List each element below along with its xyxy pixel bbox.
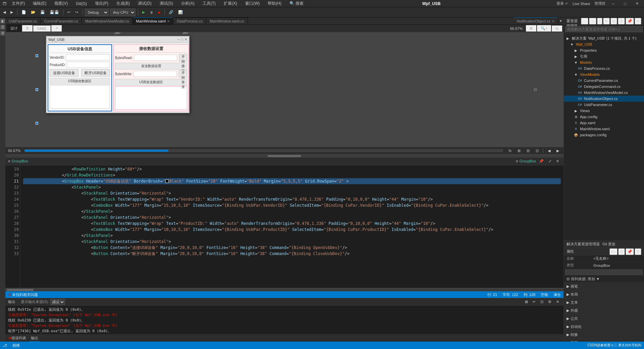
- se-search-input[interactable]: [565, 26, 643, 32]
- se-notificationobject[interactable]: C# NotificationObject.cs: [564, 96, 644, 102]
- zoom-slider[interactable]: [24, 149, 503, 152]
- code-scroll-thumb[interactable]: [7, 289, 34, 291]
- left-tb-btn-3[interactable]: ⚙: [0, 31, 5, 36]
- platform-select[interactable]: Any CPU: [110, 9, 136, 16]
- wpf-start-send-btn[interactable]: 开始发送: [179, 70, 187, 78]
- close-code-btn[interactable]: ✕: [554, 157, 561, 165]
- toolbar-redo[interactable]: ↪: [73, 9, 80, 16]
- menu-git[interactable]: Git(G): [73, 1, 90, 7]
- grid-toggle[interactable]: ⊞: [516, 147, 522, 154]
- prop-pin-btn[interactable]: 📌: [626, 248, 634, 255]
- prop-section-common[interactable]: ▶ 公共: [564, 315, 644, 323]
- output-source-select[interactable]: 调试: [50, 299, 65, 305]
- prop-section-automation[interactable]: ▶ 自动化: [564, 323, 644, 331]
- tab-close-notification[interactable]: ✕: [552, 19, 554, 23]
- handle-3[interactable]: [36, 122, 38, 124]
- menu-project[interactable]: 项目(P): [92, 0, 111, 7]
- expand-btn[interactable]: ⤢: [547, 157, 553, 165]
- se-explorer-label[interactable]: 解决方案资源管理器: [567, 242, 600, 247]
- wpf-recv-area[interactable]: [50, 85, 110, 109]
- se-appxaml[interactable]: X App.xaml: [564, 120, 644, 126]
- zoom-reset[interactable]: fx: [507, 147, 513, 154]
- pin-btn[interactable]: 📌: [537, 157, 545, 165]
- prop-search-input[interactable]: [565, 269, 643, 275]
- se-views[interactable]: ▶ Views: [564, 108, 644, 114]
- prop-close-btn[interactable]: ✕: [635, 248, 641, 255]
- live-share-btn[interactable]: Live Share: [573, 2, 590, 6]
- settings-output-btn[interactable]: ⚙: [546, 298, 553, 306]
- toolbar-undo[interactable]: ↩: [66, 9, 72, 16]
- attach-btn[interactable]: 🔗: [167, 9, 175, 16]
- se-models[interactable]: ▼ Models: [564, 59, 644, 65]
- menu-tools[interactable]: 工具(T): [200, 0, 218, 7]
- menu-build[interactable]: 生成(B): [114, 0, 132, 7]
- menu-file[interactable]: 文件(F): [9, 0, 28, 7]
- guides-toggle[interactable]: ⊡: [534, 147, 540, 154]
- start-btn[interactable]: ▶: [141, 9, 147, 16]
- se-delegatecommand[interactable]: C# DelegateCommand.cs: [564, 84, 644, 90]
- prev-page[interactable]: ◀: [546, 147, 552, 154]
- toolbar-open[interactable]: 📂: [29, 9, 37, 16]
- horiz-scrollbar[interactable]: [5, 154, 564, 158]
- output-tab-btn[interactable]: 输出: [29, 335, 40, 342]
- prop-section-misc[interactable]: ▶ 杂项: [564, 339, 644, 342]
- toolbar-save-all[interactable]: 💾💾: [48, 9, 61, 16]
- wpf-vendor-input[interactable]: [66, 54, 110, 60]
- performance-btn[interactable]: 📊: [176, 9, 184, 16]
- minimize-btn[interactable]: ─: [609, 2, 618, 6]
- debug-btn[interactable]: ⏸: [148, 9, 155, 16]
- design-tab[interactable]: 设计: [7, 25, 21, 32]
- search-btn[interactable]: 🔍 搜索: [287, 0, 306, 7]
- wpf-disconnect-btn[interactable]: 断开USB设备: [81, 69, 110, 77]
- se-dataprocess[interactable]: C# DataProcess.cs: [564, 65, 644, 71]
- tab-currentparameter[interactable]: CurrentParameter.cs: [41, 17, 82, 24]
- se-settings-btn[interactable]: ⚙: [618, 18, 625, 24]
- se-packages[interactable]: 📦 packages.config: [564, 132, 644, 138]
- prop-section-brush[interactable]: ▶ 画笔: [564, 283, 644, 291]
- menu-window[interactable]: 窗口(W): [243, 0, 262, 7]
- wpf-send-area[interactable]: [115, 86, 187, 110]
- se-solution-root[interactable]: ▶ 解决方案 'Wpf_USB' (1 个项目, 共 1 个): [564, 35, 644, 41]
- prop-section-text[interactable]: ▶ 文本: [564, 299, 644, 307]
- menu-view[interactable]: 视图(V): [52, 0, 70, 7]
- designer-canvas[interactable]: 160° 160° Wpf_USB ─ □ ✕: [5, 32, 564, 147]
- filter-output-btn[interactable]: ⊡: [539, 298, 545, 306]
- maximize-btn[interactable]: □: [621, 2, 629, 6]
- wpf-bytes-write-input[interactable]: [133, 71, 177, 77]
- se-mainwindowviewmodel[interactable]: C# MainWindowViewModel.cs: [564, 90, 644, 96]
- prop-section-appearance[interactable]: ▶ 外观: [564, 307, 644, 315]
- zoom-fit[interactable]: ⊞: [526, 25, 536, 32]
- se-viewmodels[interactable]: ▼ ViewModels: [564, 71, 644, 78]
- se-refresh-btn[interactable]: ↻: [603, 18, 610, 24]
- prop-section-transform[interactable]: ▶ 转换: [564, 331, 644, 339]
- se-forward-btn[interactable]: →: [589, 18, 596, 24]
- se-up-btn[interactable]: ↑: [597, 18, 602, 24]
- zoom-in[interactable]: 🔍+: [537, 25, 551, 32]
- menu-debug[interactable]: 调试(D): [135, 0, 154, 7]
- close-output-btn[interactable]: ✕: [554, 298, 561, 306]
- debug-config-select[interactable]: Debug Release: [85, 9, 109, 16]
- se-back-btn[interactable]: ←: [581, 18, 588, 24]
- wpf-connect-btn[interactable]: 连接USB设备: [50, 69, 78, 77]
- expand-tab[interactable]: ↗: [51, 25, 62, 32]
- se-collapseall-btn[interactable]: ⊟: [610, 18, 617, 24]
- tab-usbparameter[interactable]: UsbParameter.cs: [5, 17, 41, 24]
- tab-mainwindowviewmodel[interactable]: MainWindowViewModel.cs: [82, 17, 133, 24]
- breadcrumb-right-groupbox[interactable]: GroupBox: [519, 159, 536, 163]
- errors-tab[interactable]: ⊗ 错误列表: [7, 335, 28, 342]
- prop-alphabetical-btn[interactable]: A↓: [609, 248, 618, 255]
- wpf-product-input[interactable]: [67, 62, 110, 68]
- handle-right[interactable]: [534, 88, 537, 91]
- tab-mainwindow-xaml[interactable]: MainWindow.xaml ✕: [132, 17, 173, 24]
- tab-mainwindow-xaml-cs[interactable]: MainWindow.xaml.cs: [206, 17, 248, 24]
- xaml-tab[interactable]: XAML: [33, 26, 51, 32]
- snap-toggle[interactable]: ⊟: [525, 147, 531, 154]
- toolbar-new[interactable]: 📄: [20, 9, 28, 16]
- menu-analyze[interactable]: 分析(A): [178, 0, 197, 7]
- prop-section-layout[interactable]: ▶ 布局: [564, 291, 644, 299]
- wpf-start-recv-btn[interactable]: 开始接收: [179, 54, 187, 61]
- menu-help[interactable]: 帮助(H): [265, 0, 284, 7]
- toolbar-back[interactable]: ◀: [1, 9, 7, 16]
- left-tb-btn-1[interactable]: ◧: [0, 19, 5, 23]
- breadcrumb-groupbox[interactable]: GroupBox: [11, 159, 28, 163]
